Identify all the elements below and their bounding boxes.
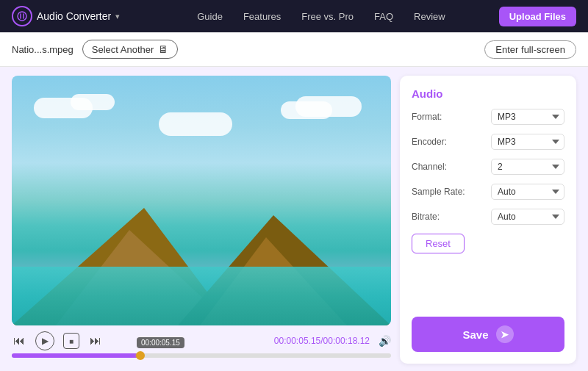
volume-button[interactable]: 🔊 (379, 335, 391, 347)
nav-review[interactable]: Review (414, 11, 445, 22)
nav-free-vs-pro[interactable]: Free vs. Pro (301, 11, 354, 22)
nav-faq[interactable]: FAQ (374, 11, 393, 22)
video-preview (12, 76, 391, 325)
channel-select[interactable]: 2146 (491, 159, 564, 175)
panel-title: Audio (412, 87, 564, 100)
navbar: Audio Converter ▾ Guide Features Free vs… (0, 0, 588, 32)
sample-rate-select[interactable]: Auto8000220504410048000 (491, 184, 564, 200)
logo-dropdown-icon[interactable]: ▾ (115, 12, 120, 21)
format-label: Format: (412, 112, 442, 122)
video-panel: ⏮ ▶ ■ ⏭ 00:00:05.15/00:00:18.12 🔊 00:00:… (12, 76, 391, 364)
bitrate-row: Bitrate: Auto64k128k192k320k (412, 209, 564, 225)
main-content: ⏮ ▶ ■ ⏭ 00:00:05.15/00:00:18.12 🔊 00:00:… (0, 67, 588, 371)
progress-fill (12, 353, 140, 358)
stop-button[interactable]: ■ (63, 333, 79, 349)
save-icon: ➤ (496, 325, 514, 343)
progress-track[interactable] (12, 353, 391, 358)
toolbar: Natio...s.mpeg Select Another 🖥 Enter fu… (0, 32, 588, 67)
bitrate-select[interactable]: Auto64k128k192k320k (491, 209, 564, 225)
nav-guide[interactable]: Guide (197, 11, 223, 22)
water-reflection (12, 267, 391, 325)
channel-label: Channel: (412, 162, 447, 172)
format-select[interactable]: MP3 AACWAVFLACOGG (491, 109, 564, 125)
time-display: 00:00:05.15/00:00:18.12 (274, 336, 370, 346)
reset-button[interactable]: Reset (412, 234, 465, 253)
select-another-label: Select Another (92, 44, 154, 55)
upload-files-button[interactable]: Upload Files (499, 7, 576, 26)
cloud-5 (295, 96, 362, 117)
total-time: 00:00:18.12 (323, 336, 370, 346)
select-another-button[interactable]: Select Another 🖥 (82, 40, 179, 59)
encoder-label: Encoder: (412, 137, 447, 147)
current-time: 00:00:05.15 (274, 336, 320, 346)
nav-features[interactable]: Features (243, 11, 281, 22)
file-name: Natio...s.mpeg (12, 44, 74, 55)
fast-forward-button[interactable]: ⏭ (88, 333, 103, 349)
logo: Audio Converter ▾ (12, 6, 120, 26)
player-controls: ⏮ ▶ ■ ⏭ 00:00:05.15/00:00:18.12 🔊 (12, 325, 391, 353)
bitrate-label: Bitrate: (412, 212, 440, 222)
sample-rate-row: Sample Rate: Auto8000220504410048000 (412, 184, 564, 200)
channel-row: Channel: 2146 (412, 159, 564, 175)
cloud-2 (71, 94, 115, 110)
save-button[interactable]: Save ➤ (412, 317, 564, 352)
logo-text: Audio Converter (37, 10, 111, 22)
nav-links: Guide Features Free vs. Pro FAQ Review (143, 11, 499, 22)
time-bubble: 00:00:05.15 (137, 337, 184, 348)
logo-icon (12, 6, 32, 26)
rewind-button[interactable]: ⏮ (12, 333, 26, 349)
format-row: Format: MP3 AACWAVFLACOGG (412, 109, 564, 125)
monitor-icon: 🖥 (158, 43, 168, 55)
progress-section: 00:00:05.15 (12, 353, 391, 364)
cloud-3 (159, 112, 232, 136)
svg-point-0 (18, 12, 26, 21)
save-label: Save (462, 328, 488, 341)
progress-thumb[interactable] (136, 351, 145, 360)
encoder-row: Encoder: MP3AACPCM (412, 134, 564, 150)
full-screen-button[interactable]: Enter full-screen (484, 40, 576, 59)
audio-settings-panel: Audio Format: MP3 AACWAVFLACOGG Encoder:… (400, 76, 576, 364)
encoder-select[interactable]: MP3AACPCM (491, 134, 564, 150)
sample-rate-label: Sample Rate: (412, 187, 465, 197)
play-button[interactable]: ▶ (35, 331, 54, 350)
